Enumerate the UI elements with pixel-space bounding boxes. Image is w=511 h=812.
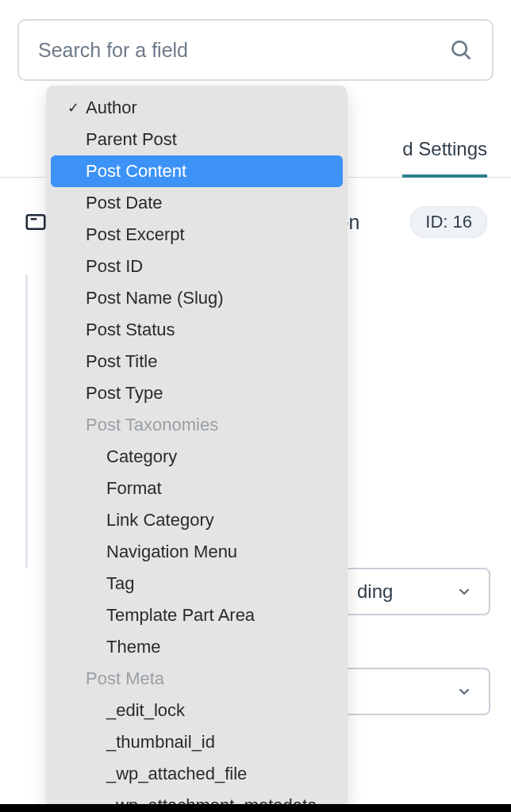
- bottom-bar: [0, 804, 511, 812]
- dropdown-item[interactable]: Post Excerpt: [46, 219, 348, 251]
- dropdown-item[interactable]: Post Status: [46, 314, 348, 346]
- dropdown-item[interactable]: Post ID: [46, 251, 348, 282]
- dropdown-item[interactable]: Parent Post: [46, 124, 348, 155]
- dropdown-item-label: Parent Post: [81, 129, 177, 150]
- check-icon: ✓: [65, 99, 81, 117]
- dropdown-group-header: Post Meta: [46, 663, 348, 695]
- search-field[interactable]: [17, 19, 494, 81]
- dropdown-group-header: Post Taxonomies: [46, 409, 348, 441]
- dropdown-item-label: Post Content: [81, 161, 186, 182]
- dropdown-sub-item[interactable]: _thumbnail_id: [46, 726, 348, 758]
- dropdown-sub-item[interactable]: Navigation Menu: [46, 536, 348, 568]
- dropdown-sub-item[interactable]: Link Category: [46, 504, 348, 536]
- dropdown-sub-item[interactable]: Tag: [46, 568, 348, 599]
- dropdown-item-label: Post Name (Slug): [81, 288, 224, 308]
- svg-rect-2: [27, 215, 45, 229]
- dropdown-item-label: Post Excerpt: [81, 224, 185, 245]
- dropdown-item[interactable]: Post Title: [46, 346, 348, 377]
- dropdown-item-label: Post ID: [81, 256, 143, 277]
- dropdown-item[interactable]: Post Date: [46, 187, 348, 219]
- dropdown-item[interactable]: ✓Author: [46, 92, 348, 124]
- svg-point-0: [452, 41, 467, 56]
- chevron-down-icon: [455, 583, 473, 600]
- field-icon: [24, 210, 48, 234]
- dropdown-item-label: Post Status: [81, 320, 175, 340]
- select-order[interactable]: ding: [340, 568, 490, 615]
- dropdown-sub-item[interactable]: Template Part Area: [46, 599, 348, 631]
- field-dropdown[interactable]: ✓AuthorParent PostPost ContentPost DateP…: [46, 86, 348, 807]
- select-secondary[interactable]: [340, 668, 490, 715]
- dropdown-sub-item[interactable]: _wp_attached_file: [46, 758, 348, 790]
- dropdown-sub-item[interactable]: Format: [46, 473, 348, 504]
- select-order-value: ding: [357, 580, 393, 603]
- search-container: [0, 0, 511, 81]
- tab-settings[interactable]: d Settings: [402, 138, 487, 178]
- dropdown-item[interactable]: Post Content: [51, 155, 343, 187]
- dropdown-sub-item[interactable]: Theme: [46, 631, 348, 663]
- search-icon: [449, 38, 473, 62]
- dropdown-item[interactable]: Post Type: [46, 377, 348, 409]
- chevron-down-icon: [455, 683, 473, 700]
- dropdown-item-label: Post Date: [81, 193, 163, 213]
- dropdown-item-label: Post Title: [81, 351, 157, 372]
- dropdown-sub-item[interactable]: Category: [46, 441, 348, 473]
- search-input[interactable]: [38, 39, 449, 62]
- dropdown-item-label: Post Type: [81, 383, 163, 404]
- dropdown-item-label: Author: [81, 98, 137, 118]
- dropdown-sub-item[interactable]: _edit_lock: [46, 695, 348, 726]
- dropdown-item[interactable]: Post Name (Slug): [46, 282, 348, 314]
- vertical-accent-bar: [25, 274, 28, 568]
- svg-line-1: [464, 53, 470, 59]
- field-id-badge: ID: 16: [410, 206, 487, 238]
